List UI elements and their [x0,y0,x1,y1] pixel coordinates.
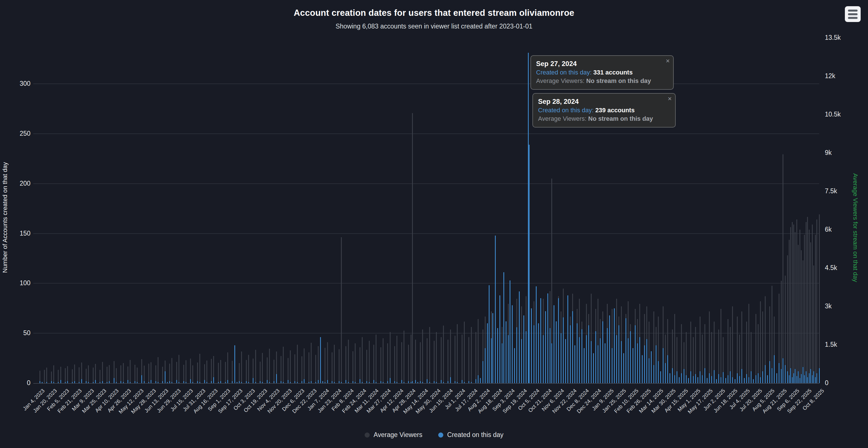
bar-created-on-this-day[interactable] [681,373,682,383]
bar-created-on-this-day[interactable] [137,382,137,383]
bar-created-on-this-day[interactable] [88,382,89,383]
bar-created-on-this-day[interactable] [550,328,551,383]
bar-average-viewers[interactable] [44,370,45,383]
bar-created-on-this-day[interactable] [394,381,395,383]
bar-created-on-this-day[interactable] [765,365,766,383]
bar-created-on-this-day[interactable] [102,381,103,383]
bar-created-on-this-day[interactable] [447,381,448,383]
bar-created-on-this-day[interactable] [591,341,592,383]
bar-average-viewers[interactable] [288,358,288,383]
bar-created-on-this-day[interactable] [793,373,794,383]
bar-created-on-this-day[interactable] [167,382,168,383]
bar-created-on-this-day[interactable] [352,381,353,383]
bar-created-on-this-day[interactable] [234,345,235,383]
bar-average-viewers[interactable] [804,235,805,383]
bar-average-viewers[interactable] [362,337,363,383]
bar-created-on-this-day[interactable] [58,382,59,383]
bar-created-on-this-day[interactable] [563,318,564,383]
bar-average-viewers[interactable] [450,330,451,383]
bar-created-on-this-day[interactable] [186,382,186,383]
bar-created-on-this-day[interactable] [612,348,613,383]
bar-average-viewers[interactable] [348,340,349,383]
bar-average-viewers[interactable] [401,342,402,383]
bar-created-on-this-day[interactable] [723,372,724,383]
bar-created-on-this-day[interactable] [646,339,647,383]
bar-created-on-this-day[interactable] [604,344,606,383]
bar-created-on-this-day[interactable] [632,348,633,383]
bar-average-viewers[interactable] [192,365,193,383]
bar-created-on-this-day[interactable] [197,381,198,383]
bar-created-on-this-day[interactable] [334,382,335,383]
bar-created-on-this-day[interactable] [538,323,539,383]
bar-created-on-this-day[interactable] [225,382,226,383]
bar-created-on-this-day[interactable] [547,293,548,383]
bar-created-on-this-day[interactable] [457,382,458,383]
bar-average-viewers[interactable] [796,219,797,383]
bar-average-viewers[interactable] [65,368,66,383]
chart-plot-area[interactable]: 05010015020025030001.5k3k4.5k6k7.5k9k10.… [0,0,868,448]
bar-created-on-this-day[interactable] [607,328,608,383]
bar-created-on-this-day[interactable] [74,381,75,383]
bar-created-on-this-day[interactable] [199,382,200,383]
bar-created-on-this-day[interactable] [348,382,349,383]
bar-average-viewers[interactable] [309,352,309,383]
bar-created-on-this-day[interactable] [81,379,82,383]
bar-created-on-this-day[interactable] [781,369,782,383]
bar-created-on-this-day[interactable] [274,381,274,383]
bar-created-on-this-day[interactable] [660,371,661,383]
bar-average-viewers[interactable] [74,364,75,383]
bar-created-on-this-day[interactable] [462,380,463,383]
bar-average-viewers[interactable] [739,335,740,383]
bar-created-on-this-day[interactable] [588,325,589,383]
bar-created-on-this-day[interactable] [695,374,696,383]
bar-created-on-this-day[interactable] [322,381,323,383]
bar-created-on-this-day[interactable] [798,371,799,383]
bar-created-on-this-day[interactable] [707,378,708,383]
bar-average-viewers[interactable] [352,351,353,383]
bar-average-viewers[interactable] [315,355,316,383]
bar-created-on-this-day[interactable] [644,345,645,383]
bar-average-viewers[interactable] [232,361,232,383]
bar-created-on-this-day[interactable] [162,381,163,383]
bar-created-on-this-day[interactable] [455,381,456,383]
bar-created-on-this-day[interactable] [561,333,561,383]
bar-average-viewers[interactable] [404,331,404,383]
bar-average-viewers[interactable] [475,332,476,383]
bar-created-on-this-day[interactable] [60,380,61,383]
bar-average-viewers[interactable] [179,355,179,383]
bar-created-on-this-day[interactable] [554,305,554,383]
bar-created-on-this-day[interactable] [621,341,622,383]
bar-created-on-this-day[interactable] [324,382,326,383]
bar-average-viewers[interactable] [148,364,149,383]
bar-average-viewers[interactable] [394,346,395,383]
bar-created-on-this-day[interactable] [383,382,383,383]
bar-created-on-this-day[interactable] [519,292,520,383]
bar-average-viewers[interactable] [58,370,59,383]
bar-average-viewers[interactable] [380,347,381,383]
bar-created-on-this-day[interactable] [543,335,544,383]
bar-average-viewers[interactable] [807,217,808,383]
bar-created-on-this-day[interactable] [434,381,435,383]
bar-created-on-this-day[interactable] [614,308,615,383]
bar-created-on-this-day[interactable] [232,381,232,383]
bar-average-viewers[interactable] [227,352,228,383]
bar-average-viewers[interactable] [162,367,163,383]
bar-created-on-this-day[interactable] [565,339,566,383]
bar-created-on-this-day[interactable] [339,381,340,383]
bar-created-on-this-day[interactable] [533,325,534,383]
bar-created-on-this-day[interactable] [686,375,687,383]
bar-created-on-this-day[interactable] [397,382,397,383]
bar-average-viewers[interactable] [816,219,817,383]
bar-created-on-this-day[interactable] [246,381,247,383]
bar-created-on-this-day[interactable] [123,382,124,383]
bar-created-on-this-day[interactable] [86,381,87,383]
bar-created-on-this-day[interactable] [625,318,626,383]
bar-average-viewers[interactable] [116,368,117,383]
bar-created-on-this-day[interactable] [526,331,527,383]
bar-created-on-this-day[interactable] [813,371,814,383]
bar-created-on-this-day[interactable] [516,327,517,383]
bar-average-viewers[interactable] [390,332,391,383]
bar-created-on-this-day[interactable] [499,295,500,383]
bar-created-on-this-day[interactable] [302,381,302,383]
bar-created-on-this-day[interactable] [656,345,656,383]
